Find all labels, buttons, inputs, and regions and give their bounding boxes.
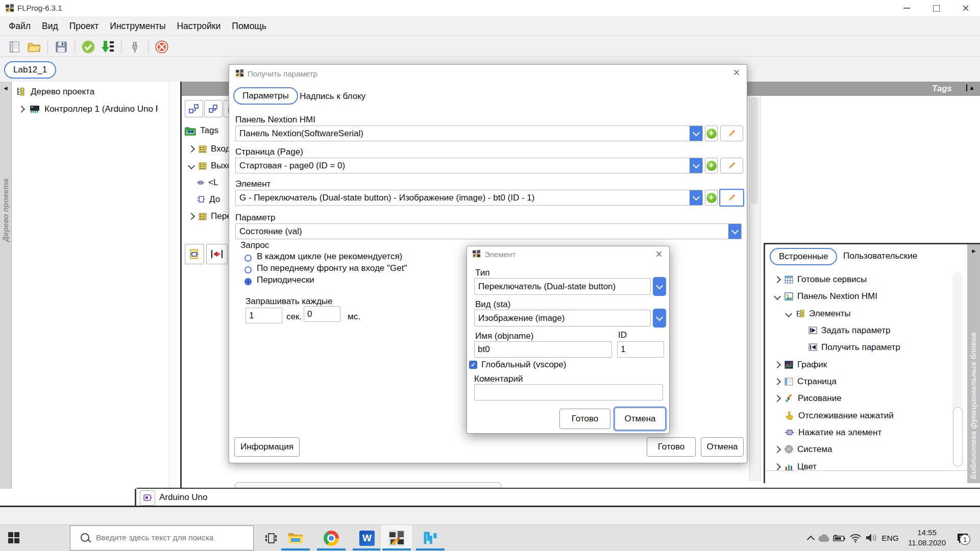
onedrive-tray-icon[interactable] (817, 532, 831, 544)
add-panel-button[interactable] (705, 126, 718, 141)
dropdown-chevron-icon[interactable] (690, 158, 702, 173)
volume-tray-icon[interactable] (864, 531, 879, 544)
open-project-icon[interactable] (27, 39, 42, 55)
info-button[interactable]: Информация (234, 437, 300, 457)
save-project-icon[interactable] (54, 39, 69, 55)
library-vscrollbar[interactable] (952, 272, 963, 467)
dropdown-chevron-icon[interactable] (690, 126, 702, 141)
collapse-right-icon[interactable]: ► (971, 248, 977, 254)
dropdown-chevron-icon[interactable] (653, 309, 666, 328)
screenshot-button[interactable] (185, 244, 204, 264)
chevron-right-icon[interactable] (774, 276, 781, 283)
milliseconds-input[interactable] (304, 306, 340, 322)
menu-file[interactable]: Файл (3, 21, 36, 32)
tab-builtin[interactable]: Встроенные (770, 248, 837, 265)
chevron-right-icon[interactable] (188, 213, 195, 220)
maximize-button[interactable] (922, 0, 950, 16)
taskbar-clock[interactable]: 14:55 11.08.2020 (902, 528, 951, 549)
dropdown-chevron-icon[interactable] (728, 223, 741, 239)
left-panel-vscrollbar[interactable] (169, 82, 178, 507)
canvas-vscrollbar-thumb[interactable] (751, 97, 758, 204)
global-checkbox-label[interactable]: Глобальный (vscope) (481, 360, 566, 370)
lib-item-chart[interactable]: График (766, 356, 965, 373)
chevron-right-icon[interactable] (774, 394, 781, 402)
minimize-button[interactable] (892, 0, 921, 16)
panel-select[interactable]: Панель Nextion(SoftwareSerial) (235, 126, 703, 141)
lib-item-draw[interactable]: Рисование (766, 390, 965, 407)
menu-project[interactable]: Проект (64, 21, 105, 32)
collapse-left-icon[interactable]: ◄ (3, 85, 9, 91)
flprog-taskbar-button[interactable] (380, 525, 413, 551)
chevron-right-icon[interactable] (774, 463, 781, 470)
tab-project[interactable]: Lab12_1 (4, 61, 56, 79)
edit-element-button[interactable] (719, 189, 744, 207)
element-cancel-button[interactable]: Отмена (615, 408, 666, 430)
lib-item-set-param[interactable]: Задать параметр (766, 322, 965, 339)
tab-block-caption[interactable]: Надпись к блоку (300, 91, 365, 102)
start-button[interactable] (0, 525, 24, 551)
canvas-vscrollbar[interactable] (749, 97, 761, 482)
lib-item-system[interactable]: Система (766, 441, 965, 458)
taskbar-search[interactable] (70, 525, 254, 550)
chevron-right-icon[interactable] (18, 106, 25, 113)
lib-item-page[interactable]: Страница (766, 373, 965, 390)
radio-every-cycle[interactable] (244, 255, 252, 262)
library-vscrollbar-thumb[interactable] (953, 407, 963, 466)
edit-panel-button[interactable] (720, 126, 743, 141)
chevron-down-icon[interactable] (785, 310, 792, 317)
chevron-right-icon[interactable] (774, 378, 781, 385)
radio-rising-edge[interactable] (244, 266, 252, 273)
lib-item-services[interactable]: Готовые сервисы (766, 271, 965, 288)
tab-parameters[interactable]: Параметры (233, 87, 298, 105)
dialog-cancel-button[interactable]: Отмена (701, 437, 744, 457)
action-center-button[interactable]: 1 (952, 530, 973, 546)
lib-item-element-press[interactable]: Нажатие на элемент (766, 424, 965, 441)
canvas-toolbar-button-1[interactable] (185, 100, 203, 117)
add-page-button[interactable] (705, 158, 718, 173)
dropdown-chevron-icon[interactable] (690, 190, 702, 206)
close-button[interactable] (951, 0, 980, 16)
wifi-tray-icon[interactable] (848, 531, 863, 544)
nextion-editor-button[interactable] (414, 525, 446, 551)
element-ok-button[interactable]: Готово (559, 409, 610, 429)
check-icon[interactable] (81, 39, 96, 55)
tags-root-row[interactable]: Tags (185, 126, 218, 136)
chevron-right-icon[interactable] (774, 361, 781, 368)
objname-input[interactable] (474, 341, 612, 358)
align-button[interactable] (206, 244, 228, 264)
controller-status-icon[interactable] (140, 490, 155, 506)
id-input[interactable] (617, 341, 664, 358)
canvas-toolbar-button-2[interactable] (204, 100, 223, 117)
chrome-button[interactable] (315, 525, 347, 551)
radio-every-cycle-label[interactable]: В каждом цикле (не рекомендуется) (257, 252, 402, 262)
tree-item-controller[interactable]: Контроллер 1 (Arduino Uno R3) (19, 104, 167, 114)
search-input[interactable] (95, 533, 245, 543)
radio-periodic-label[interactable]: Периодически (257, 275, 314, 285)
chevron-down-icon[interactable] (188, 162, 195, 169)
radio-rising-edge-label[interactable]: По переднему фронту на входе "Get" (257, 263, 407, 273)
lib-item-get-param[interactable]: Получить параметр (766, 339, 965, 356)
word-button[interactable] (351, 525, 383, 551)
seconds-input[interactable] (246, 308, 282, 323)
lib-item-color[interactable]: Цвет (766, 458, 965, 475)
chevron-down-icon[interactable] (774, 292, 781, 299)
menu-tools[interactable]: Инструменты (104, 21, 171, 32)
type-select[interactable]: Переключатель (Dual-state button) (474, 278, 651, 295)
menu-view[interactable]: Вид (36, 21, 64, 32)
lib-item-touch-tracking[interactable]: Отслеживание нажатий (766, 407, 965, 424)
lib-item-nextion-panel[interactable]: Панель Nextion HMI (766, 288, 965, 305)
compile-icon[interactable] (100, 39, 115, 55)
file-explorer-button[interactable] (280, 525, 311, 551)
global-checkbox[interactable] (469, 361, 477, 369)
project-tree-root[interactable]: Дерево проекта (16, 87, 94, 97)
page-select[interactable]: Стартовая - page0 (ID = 0) (235, 158, 703, 173)
dialog-ok-button[interactable]: Готово (647, 437, 696, 457)
battery-tray-icon[interactable] (832, 532, 847, 544)
edit-page-button[interactable] (720, 158, 743, 173)
new-project-icon[interactable] (7, 39, 22, 55)
menu-settings[interactable]: Настройки (171, 21, 226, 32)
connection-icon[interactable] (127, 39, 142, 55)
menu-help[interactable]: Помощь (226, 21, 272, 32)
chevron-right-icon[interactable] (774, 445, 781, 453)
comment-input[interactable] (474, 384, 663, 400)
